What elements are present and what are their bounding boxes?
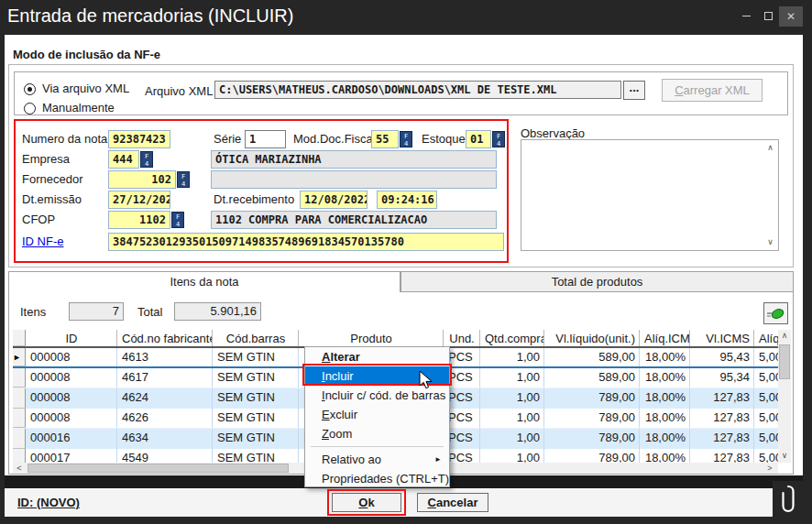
browse-button[interactable]: ... (623, 81, 645, 100)
cell-fabricante: 4613 (117, 348, 213, 366)
fornecedor-f4-lookup-icon[interactable]: F4 (177, 171, 190, 188)
menu-item-propriedades[interactable]: Propriedades (CTRL+T) (305, 469, 449, 488)
row-marker-icon: ► (13, 353, 21, 362)
mod-doc-fiscal-f4-lookup-icon[interactable]: F4 (400, 131, 412, 147)
col-header-cod-barras[interactable]: Cód.barras (213, 330, 299, 346)
row-selector[interactable]: ► (13, 348, 26, 366)
cell-barras: SEM GTIN (213, 409, 299, 428)
row-selector[interactable] (13, 388, 26, 409)
scroll-left-icon[interactable]: < (13, 463, 26, 474)
estoque-input[interactable]: 01 (466, 130, 491, 148)
row-selector[interactable] (13, 449, 26, 463)
cell-liquido: 789,00 (544, 409, 640, 428)
fornecedor-input[interactable]: 102 (108, 170, 176, 189)
cell-liquido: 789,00 (544, 388, 640, 409)
cell-vl-icms: 127,83 (690, 449, 754, 463)
col-header-qtd-compra[interactable]: Qtd.compra (480, 330, 544, 346)
menu-item-excluir[interactable]: Excluir (305, 405, 449, 424)
radio-selected-dot (27, 87, 32, 92)
id-nfe-link[interactable]: ID NF-e (22, 235, 64, 248)
cell-vl-icms: 95,34 (690, 368, 754, 388)
horizontal-scroll-thumb[interactable] (27, 464, 289, 473)
col-header-und[interactable]: Und. (444, 330, 480, 346)
radio-manualmente-label[interactable]: Manualmente (42, 101, 115, 115)
radio-via-arquivo-xml[interactable] (24, 83, 36, 95)
window-content: Modo de inclusão da NF-e Via arquivo XML… (5, 35, 803, 517)
menu-item-relativo-ao[interactable]: Relativo ao► (305, 450, 449, 469)
menu-item-zoom[interactable]: Zoom (305, 424, 449, 443)
fornecedor-desc-field (211, 170, 497, 189)
close-button[interactable]: ✕ (779, 6, 803, 27)
maximize-button[interactable] (759, 8, 777, 25)
cfop-f4-lookup-icon[interactable]: F4 (171, 212, 184, 228)
scroll-up-icon[interactable]: ∧ (764, 142, 776, 154)
row-selector[interactable] (13, 368, 26, 388)
scroll-down-icon[interactable]: ∨ (778, 450, 791, 463)
arquivo-xml-label: Arquivo XML (145, 84, 213, 98)
carregar-xml-button[interactable]: Carregar XML (662, 79, 763, 102)
radio-manualmente[interactable] (24, 103, 36, 115)
observacao-textarea[interactable]: ∧ ∨ (521, 139, 779, 251)
cell-barras: SEM GTIN (213, 348, 299, 366)
empresa-desc-field: ÓTICA MARIAZINHA (211, 150, 497, 169)
cell-id: 000008 (26, 388, 117, 409)
minimize-icon (742, 16, 751, 16)
close-icon: ✕ (786, 10, 796, 23)
itens-count-label: Itens (20, 305, 46, 319)
radio-via-arquivo-xml-label[interactable]: Via arquivo XML (42, 82, 129, 95)
col-header-produto[interactable]: Produto (299, 330, 444, 346)
cell-id: 000017 (26, 449, 117, 463)
arquivo-xml-input[interactable]: C:\USERS\MATHEUS.CARDOSO\DOWNLOADS\XML D… (214, 81, 621, 99)
col-header-id[interactable]: ID (26, 330, 117, 346)
cell-qtd: 1,00 (480, 368, 544, 388)
tab-total-de-produtos[interactable]: Total de produtos (401, 271, 794, 292)
row-selector[interactable] (13, 429, 26, 449)
cell-liquido: 789,00 (544, 449, 640, 463)
cell-qtd: 1,00 (480, 409, 544, 428)
hr-recebimento-input[interactable]: 09:24:16 (377, 191, 437, 209)
cell-aliq-icms: 18,00% (640, 348, 690, 366)
col-header-vl-icms[interactable]: Vl.ICMS (690, 330, 754, 346)
cell-aliq-icms: 18,00% (640, 449, 690, 463)
mod-doc-fiscal-input[interactable]: 55 (371, 130, 399, 148)
scroll-up-icon[interactable]: ∧ (778, 330, 791, 343)
empresa-input[interactable]: 444 (108, 150, 139, 169)
col-header-cod-fabricante[interactable]: Cód.no fabricante (117, 330, 213, 346)
table-corner-cell (13, 330, 26, 346)
cfop-input[interactable]: 1102 (108, 211, 170, 229)
ok-button[interactable]: Ok (332, 493, 401, 512)
col-header-vl-liquido[interactable]: Vl.líquido(unit.) (544, 330, 640, 346)
cell-vl-icms: 127,83 (690, 429, 754, 449)
row-selector[interactable] (13, 409, 26, 428)
col-header-aliq-ipi[interactable]: Alíq.IP (754, 330, 778, 346)
dt-emissao-input[interactable]: 27/12/2020 (108, 191, 170, 209)
cell-barras: SEM GTIN (213, 429, 299, 449)
cell-aliq-ipi: 5,00% (754, 429, 778, 449)
attachment-corner[interactable] (773, 481, 803, 517)
vertical-scrollbar[interactable]: ∧ ∨ (778, 330, 791, 463)
estoque-f4-lookup-icon[interactable]: F4 (492, 131, 505, 147)
cell-aliq-icms: 18,00% (640, 409, 690, 428)
cell-fabricante: 4626 (117, 409, 213, 428)
cell-qtd: 1,00 (480, 449, 544, 463)
col-header-aliq-icms[interactable]: Alíq.ICMS (640, 330, 690, 346)
cancel-button[interactable]: Cancelar (417, 493, 488, 512)
menu-item-alterar[interactable]: Alterar (305, 347, 449, 366)
vertical-scroll-thumb[interactable] (779, 344, 790, 379)
cell-id: 000008 (26, 368, 117, 388)
export-icon (767, 307, 785, 321)
total-label: Total (137, 305, 162, 319)
serie-input[interactable]: 1 (245, 130, 286, 148)
dt-recebimento-input[interactable]: 12/08/2022 (300, 191, 368, 209)
table-header-row: ID Cód.no fabricante Cód.barras Produto … (13, 330, 778, 348)
export-button[interactable] (763, 302, 788, 324)
cell-aliq-icms: 18,00% (640, 388, 690, 409)
id-nfe-input[interactable]: 3847523012935015097149835748969183457013… (108, 233, 504, 251)
numero-da-nota-input[interactable]: 92387423 (108, 130, 170, 148)
scroll-down-icon[interactable]: ∨ (764, 236, 776, 248)
minimize-button[interactable] (737, 8, 755, 25)
empresa-f4-lookup-icon[interactable]: F4 (140, 151, 153, 168)
tab-itens-da-nota[interactable]: Itens da nota (8, 271, 401, 292)
scroll-right-icon[interactable]: > (763, 463, 776, 474)
modo-group-title: Modo de inclusão da NF-e (13, 48, 160, 61)
